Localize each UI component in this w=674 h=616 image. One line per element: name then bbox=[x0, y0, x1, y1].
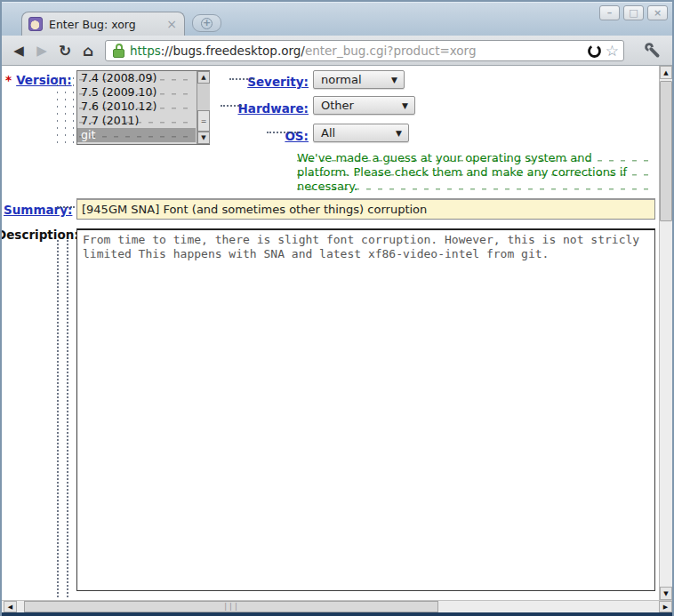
hardware-select[interactable]: Other ▼ bbox=[313, 96, 415, 115]
version-option[interactable]: git bbox=[77, 128, 196, 142]
back-button[interactable]: ◀ bbox=[7, 40, 30, 61]
corruption-dashes bbox=[229, 78, 254, 80]
hint-line: platform. Please check them and make any… bbox=[297, 165, 665, 180]
version-listbox[interactable]: 7.4 (2008.09)7.5 (2009.10)7.6 (2010.12)7… bbox=[76, 70, 210, 145]
severity-help-link[interactable]: Severity: bbox=[247, 75, 309, 89]
new-tab-button[interactable]: + bbox=[192, 14, 221, 32]
browser-toolbar: ◀ ▶ ↻ ⌂ https://bugs.freedesktop.org/ent… bbox=[2, 36, 672, 66]
vertical-scroll-thumb[interactable] bbox=[660, 81, 672, 221]
description-textarea[interactable]: From time to time, there is slight font … bbox=[76, 228, 655, 591]
url-text[interactable]: https://bugs.freedesktop.org/enter_bug.c… bbox=[130, 44, 587, 58]
url-path: enter_bug.cgi?product=xorg bbox=[305, 44, 477, 58]
scroll-left-icon[interactable]: ◀ bbox=[4, 601, 17, 612]
secure-lock-icon bbox=[113, 44, 124, 58]
scroll-up-icon[interactable]: ▲ bbox=[660, 66, 672, 79]
version-option[interactable]: 7.7 (2011) bbox=[77, 114, 196, 128]
os-select[interactable]: All ▼ bbox=[313, 124, 409, 142]
corruption-dashes bbox=[267, 132, 299, 133]
page-content: * Version: 7.4 (2008.09)7.5 (2009.10)7.6… bbox=[2, 66, 672, 600]
listbox-scroll-down-icon[interactable]: ▼ bbox=[197, 132, 210, 144]
menu-wrench-icon[interactable] bbox=[640, 39, 665, 62]
tab-title: Enter Bug: xorg bbox=[49, 18, 164, 31]
hardware-help-link[interactable]: Hardware: bbox=[237, 101, 309, 116]
home-button[interactable]: ⌂ bbox=[76, 40, 100, 61]
forward-arrow-icon: ▶ bbox=[36, 43, 47, 59]
required-marker: * bbox=[5, 73, 12, 87]
window-bottom-edge bbox=[2, 612, 672, 616]
close-button[interactable]: × bbox=[647, 5, 668, 20]
scroll-grip-icon: ||| bbox=[223, 603, 238, 611]
minimize-button[interactable]: – bbox=[599, 5, 620, 20]
platform-guess-hint: We've made a guess at your operating sys… bbox=[297, 151, 665, 194]
corruption-dashes bbox=[57, 206, 75, 208]
horizontal-scroll-thumb[interactable]: ||| bbox=[24, 601, 438, 612]
listbox-scroll-thumb[interactable]: = bbox=[197, 110, 210, 132]
forward-button[interactable]: ▶ bbox=[30, 40, 53, 61]
version-option[interactable]: 7.6 (2010.12) bbox=[77, 100, 196, 114]
url-scheme: https bbox=[130, 44, 161, 58]
address-bar[interactable]: https://bugs.freedesktop.org/enter_bug.c… bbox=[105, 40, 624, 61]
hardware-label: Hardware: bbox=[224, 100, 309, 116]
bugzilla-favicon-icon bbox=[28, 17, 43, 31]
bookmark-star-icon[interactable]: ☆ bbox=[606, 44, 619, 59]
version-option[interactable]: 7.4 (2008.09) bbox=[77, 71, 196, 85]
os-label: OS: bbox=[224, 127, 309, 144]
hint-line: We've made a guess at your operating sys… bbox=[297, 151, 665, 165]
tab-strip: Enter Bug: xorg × + – □ × bbox=[2, 2, 672, 36]
summary-help-link[interactable]: Summary: bbox=[4, 203, 72, 217]
page-action-icon[interactable] bbox=[587, 44, 602, 59]
maximize-button[interactable]: □ bbox=[623, 5, 644, 20]
new-tab-plus-icon: + bbox=[201, 18, 213, 29]
severity-label: Severity: bbox=[224, 73, 309, 90]
back-arrow-icon: ◀ bbox=[13, 43, 24, 59]
corruption-dot-column bbox=[67, 240, 68, 597]
chevron-down-icon: ▼ bbox=[389, 129, 408, 138]
summary-label: Summary: bbox=[4, 201, 72, 218]
scroll-right-icon[interactable]: ▶ bbox=[659, 601, 672, 612]
severity-select[interactable]: normal ▼ bbox=[313, 70, 405, 89]
severity-value: normal bbox=[321, 73, 362, 86]
scroll-down-icon[interactable]: ▼ bbox=[660, 587, 672, 600]
corruption-dot-column bbox=[57, 240, 59, 597]
corruption-dashes bbox=[221, 105, 242, 107]
vertical-scrollbar[interactable]: ▲ ▼ bbox=[659, 66, 672, 600]
hint-line: necessary. bbox=[297, 180, 665, 194]
window-controls: – □ × bbox=[599, 5, 668, 20]
hardware-value: Other bbox=[321, 99, 354, 112]
tab-close-icon[interactable]: × bbox=[164, 18, 179, 30]
url-host: ://bugs.freedesktop.org/ bbox=[161, 44, 305, 58]
os-value: All bbox=[321, 126, 335, 140]
summary-input[interactable] bbox=[76, 198, 655, 220]
reload-icon: ↻ bbox=[59, 42, 71, 60]
corruption-dots bbox=[53, 75, 76, 144]
chevron-down-icon: ▼ bbox=[385, 76, 404, 84]
listbox-scroll-up-icon[interactable]: ▲ bbox=[197, 71, 210, 84]
horizontal-scrollbar[interactable]: ◀ ||| ▶ bbox=[2, 600, 672, 612]
home-icon: ⌂ bbox=[83, 42, 93, 60]
tab-enter-bug[interactable]: Enter Bug: xorg × bbox=[21, 12, 185, 36]
reload-button[interactable]: ↻ bbox=[53, 40, 76, 61]
version-listbox-scrollbar[interactable]: ▲ = ▼ bbox=[197, 71, 210, 144]
browser-window: Enter Bug: xorg × + – □ × ◀ ▶ ↻ ⌂ bbox=[0, 0, 674, 616]
chevron-down-icon: ▼ bbox=[396, 101, 414, 110]
version-option[interactable]: 7.5 (2009.10) bbox=[77, 85, 196, 100]
